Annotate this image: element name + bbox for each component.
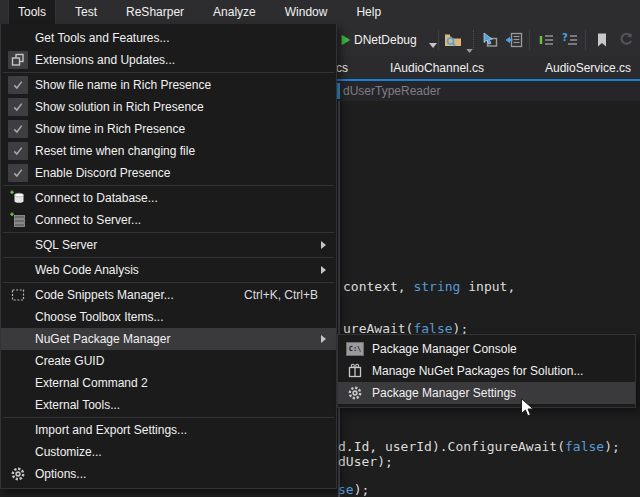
menu-item-code-snippets-manager[interactable]: Code Snippets Manager...Ctrl+K, Ctrl+B (1, 284, 336, 306)
code-segment: ); (354, 482, 370, 497)
menu-item-gutter (1, 234, 35, 256)
menu-item-connect-to-database[interactable]: Connect to Database... (1, 187, 336, 209)
menu-item-gutter (1, 27, 35, 49)
navigate-to-icon[interactable] (480, 32, 498, 48)
gear-icon (338, 382, 372, 404)
menubar-item-tools[interactable]: Tools (8, 0, 56, 24)
menu-item-label: Manage NuGet Packages for Solution... (372, 364, 627, 378)
menu-item-gutter (1, 306, 35, 328)
menu-item-external-tools[interactable]: External Tools... (1, 394, 336, 416)
menu-item-gutter (1, 350, 35, 372)
menu-item-label: Get Tools and Features... (35, 31, 328, 45)
code-segment: d.Id, userId).ConfigureAwait( (338, 439, 565, 454)
menubar-item-help[interactable]: Help (346, 0, 391, 24)
svg-text:?: ? (562, 32, 568, 43)
submenu-item-package-manager-settings[interactable]: Package Manager Settings (338, 382, 635, 404)
breadcrumb-accent-bar (337, 83, 340, 99)
menu-separator (3, 185, 334, 186)
menu-item-label: NuGet Package Manager (35, 332, 321, 346)
check-icon (1, 162, 35, 184)
tab-cs[interactable]: cs (336, 61, 348, 75)
menu-item-web-code-analysis[interactable]: Web Code Analysis (1, 259, 336, 281)
menu-item-gutter (1, 259, 35, 281)
gear-icon (1, 463, 35, 485)
code-segment: string (413, 279, 460, 294)
menu-item-label: Show file name in Rich Presence (35, 78, 328, 92)
bookmark-icon[interactable] (593, 32, 611, 48)
menu-item-extensions-and-updates[interactable]: Extensions and Updates... (1, 49, 336, 71)
menu-item-gutter (1, 372, 35, 394)
menu-item-import-and-export-settings[interactable]: Import and Export Settings... (1, 419, 336, 441)
code-line: d.Id, userId).ConfigureAwait(false); (338, 440, 620, 454)
menu-item-gutter (1, 328, 35, 350)
menu-item-label: External Tools... (35, 398, 328, 412)
menu-item-label: Import and Export Settings... (35, 423, 328, 437)
format-document-icon[interactable] (538, 32, 556, 48)
menu-item-sql-server[interactable]: SQL Server (1, 234, 336, 256)
menu-item-label: Code Snippets Manager... (35, 288, 244, 302)
menu-item-label: Create GUID (35, 354, 328, 368)
server-icon (1, 209, 35, 231)
menu-item-enable-discord-presence[interactable]: Enable Discord Presence (1, 162, 336, 184)
menu-item-label: SQL Server (35, 238, 321, 252)
menu-item-nuget-package-manager[interactable]: NuGet Package Manager (1, 328, 336, 350)
start-debugging-icon[interactable] (337, 32, 355, 48)
menu-item-customize[interactable]: Customize... (1, 441, 336, 463)
menu-item-label: Customize... (35, 445, 328, 459)
code-line: context, string input, (343, 280, 515, 294)
toolbar-separator (585, 30, 586, 50)
menu-item-get-tools-and-features[interactable]: Get Tools and Features... (1, 27, 336, 49)
menu-item-label: Show time in Rich Presence (35, 122, 328, 136)
package-icon (338, 360, 372, 382)
menu-item-show-file-name-in-rich-presence[interactable]: Show file name in Rich Presence (1, 74, 336, 96)
tab-iaudiochannel-cs[interactable]: IAudioChannel.cs (390, 61, 484, 75)
breadcrumb-type-label[interactable]: dUserTypeReader (343, 84, 440, 98)
submenu-item-manage-nuget-packages-for-solution[interactable]: Manage NuGet Packages for Solution... (338, 360, 635, 382)
menubar-item-window[interactable]: Window (275, 0, 338, 24)
extensions-icon (1, 49, 35, 71)
code-segment: context, (343, 279, 413, 294)
menubar-item-resharper[interactable]: ReSharper (116, 0, 194, 24)
menu-item-gutter (1, 419, 35, 441)
submenu-arrow-icon (321, 241, 326, 249)
tab-audioservice-cs[interactable]: AudioService.cs (545, 61, 631, 75)
previous-bookmark-icon[interactable] (617, 32, 635, 48)
menu-item-label: Connect to Server... (35, 213, 328, 227)
menubar-item-test[interactable]: Test (65, 0, 107, 24)
toolbar-separator (529, 30, 530, 50)
menu-item-options[interactable]: Options... (1, 463, 336, 485)
menu-item-label: Package Manager Settings (372, 386, 627, 400)
menu-item-show-solution-in-rich-presence[interactable]: Show solution in Rich Presence (1, 96, 336, 118)
menu-item-label: Package Manager Console (372, 342, 627, 356)
menu-item-reset-time-when-changing-file[interactable]: Reset time when changing file (1, 140, 336, 162)
toolbar-separator (438, 30, 439, 50)
document-outline-icon[interactable] (505, 32, 523, 48)
check-icon (1, 118, 35, 140)
menu-item-label: External Command 2 (35, 376, 328, 390)
menu-item-external-command-2[interactable]: External Command 2 (1, 372, 336, 394)
submenu-arrow-icon (321, 266, 326, 274)
solution-configuration-label[interactable]: DNetDebug (354, 33, 417, 47)
menu-item-create-guid[interactable]: Create GUID (1, 350, 336, 372)
menu-item-choose-toolbox-items[interactable]: Choose Toolbox Items... (1, 306, 336, 328)
mouse-cursor (520, 398, 537, 422)
code-line: dUser); (338, 455, 393, 469)
snippets-icon (1, 284, 35, 306)
menu-item-show-time-in-rich-presence[interactable]: Show time in Rich Presence (1, 118, 336, 140)
toolbar-dotted-separator (473, 30, 474, 50)
menu-separator (3, 72, 334, 73)
code-segment: input, (460, 279, 515, 294)
check-icon (1, 96, 35, 118)
check-icon (1, 140, 35, 162)
submenu-item-package-manager-console[interactable]: C:\Package Manager Console (338, 338, 635, 360)
database-icon (1, 187, 35, 209)
configuration-caret-icon[interactable] (424, 37, 442, 53)
menu-separator (3, 282, 334, 283)
menu-item-label: Connect to Database... (35, 191, 328, 205)
menu-item-gutter (1, 394, 35, 416)
menubar-item-analyze[interactable]: Analyze (203, 0, 266, 24)
menu-item-connect-to-server[interactable]: Connect to Server... (1, 209, 336, 231)
sort-usings-icon[interactable]: ? (561, 32, 579, 48)
check-icon (1, 74, 35, 96)
menu-item-label: Options... (35, 467, 328, 481)
